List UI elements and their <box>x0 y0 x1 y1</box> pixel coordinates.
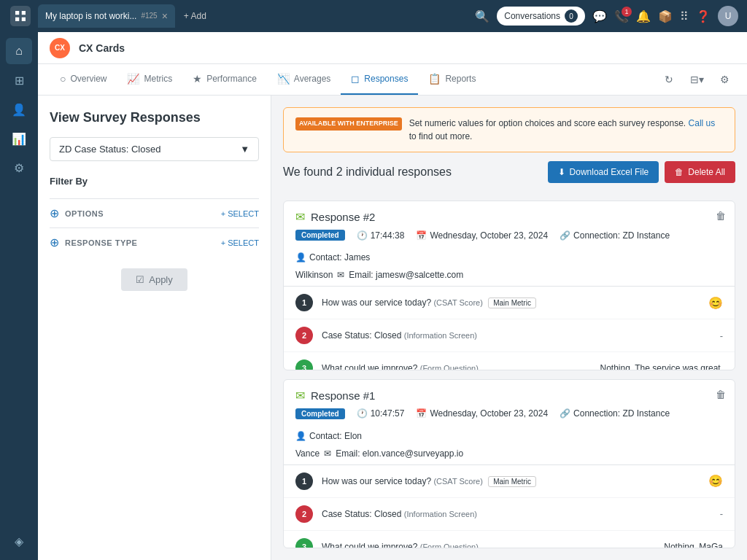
response-1-delete-icon[interactable]: 🗑 <box>716 389 726 400</box>
response-1-title: Response #1 <box>311 389 375 402</box>
response-2-date: 📅 Wednesday, October 23, 2024 <box>416 230 548 241</box>
question-2-text: Case Status: Closed (Information Screen) <box>322 330 627 341</box>
box-icon[interactable]: 📦 <box>658 9 673 23</box>
response-2-header: ✉ Response #2 🗑 <box>284 201 735 224</box>
mail-icon-2: ✉ <box>295 389 305 402</box>
response-2-delete-icon[interactable]: 🗑 <box>716 210 726 222</box>
response-type-select-btn[interactable]: + SELECT <box>221 238 259 247</box>
banner-text: Set numeric values for option choices an… <box>409 117 723 143</box>
tab-reports[interactable]: 📋 Reports <box>418 64 486 95</box>
question-1-text: How was our service today? (CSAT Score) … <box>322 298 700 308</box>
call-us-link[interactable]: Call us <box>689 118 716 128</box>
view-toggle-icon[interactable]: ⊟▾ <box>686 69 708 90</box>
options-filter-label: OPTIONS <box>65 209 104 218</box>
question-r1-number-2: 2 <box>295 505 313 523</box>
options-filter-left: ⊕ OPTIONS <box>50 206 104 220</box>
gear-icon[interactable]: ⚙ <box>713 69 735 90</box>
top-navigation: My laptop is not worki... #125 × + Add 🔍… <box>0 0 747 32</box>
response-type-filter-row: ⊕ RESPONSE TYPE + SELECT <box>50 228 259 257</box>
clock-icon-2: 🕐 <box>357 408 368 419</box>
response-type-filter-left: ⊕ RESPONSE TYPE <box>50 236 137 249</box>
main-layout: ⌂ ⊞ 👤 📊 ⚙ ◈ CX CX Cards ○ Overview 📈 Met… <box>0 32 747 560</box>
mail-icon: ✉ <box>295 210 305 224</box>
question-row: 3 What could we improve? (Form Question)… <box>284 352 735 370</box>
question-number-3: 3 <box>295 359 313 370</box>
response-2-contact: 👤 Contact: James <box>295 252 370 262</box>
left-panel: View Survey Responses ZD Case Status: Cl… <box>38 96 271 560</box>
link-icon-2: 🔗 <box>560 408 570 419</box>
phone-icon[interactable]: 📞 1 <box>614 9 629 23</box>
nav-right-area: 🔍 Conversations 0 💬 📞 1 🔔 📦 ⠿ ❓ U <box>475 6 738 26</box>
svg-rect-0 <box>10 6 31 26</box>
response-1-time: 🕐 10:47:57 <box>357 408 405 419</box>
clock-icon: 🕐 <box>357 230 368 241</box>
sidebar-item-apps[interactable]: ◈ <box>6 528 32 554</box>
tab-metrics-label: Metrics <box>144 74 172 84</box>
active-tab[interactable]: My laptop is not worki... #125 × <box>38 4 175 28</box>
options-add-icon[interactable]: ⊕ <box>50 206 59 220</box>
tab-averages[interactable]: 📉 Averages <box>267 64 341 95</box>
response-1-meta: Completed 🕐 10:47:57 📅 Wednesday, Octobe… <box>284 402 735 447</box>
response-type-add-icon[interactable]: ⊕ <box>50 236 59 249</box>
results-count: We found 2 individual responses <box>283 166 452 179</box>
action-buttons: ⬇ Download Excel File 🗑 Delete All <box>548 161 735 183</box>
responses-icon: ◻ <box>351 73 360 85</box>
enterprise-badge: AVAILABLE WITH ENTERPRISE <box>295 117 402 131</box>
content-area: View Survey Responses ZD Case Status: Cl… <box>38 96 747 560</box>
user-avatar[interactable]: U <box>718 6 738 26</box>
contact-email-1: Email: elon.vance@surveyapp.io <box>336 448 463 459</box>
tab-performance[interactable]: ★ Performance <box>182 64 267 95</box>
response-type-filter-label: RESPONSE TYPE <box>65 238 137 247</box>
response-card-1: ✉ Response #1 🗑 Completed 🕐 10:47:57 📅 W… <box>283 379 735 549</box>
add-tab-label: + Add <box>184 11 206 21</box>
averages-icon: 📉 <box>277 73 290 85</box>
tab-metrics[interactable]: 📈 Metrics <box>117 64 182 95</box>
conversations-button[interactable]: Conversations 0 <box>497 7 585 26</box>
chat-icon[interactable]: 💬 <box>592 9 607 23</box>
calendar-icon: 📅 <box>416 230 427 241</box>
tab-overview[interactable]: ○ Overview <box>50 64 117 95</box>
sidebar-item-home[interactable]: ⌂ <box>6 38 32 64</box>
conversations-count: 0 <box>565 9 578 23</box>
delete-all-button[interactable]: 🗑 Delete All <box>665 161 735 183</box>
status-dropdown[interactable]: ZD Case Status: Closed ▼ <box>50 137 259 161</box>
main-area: CX CX Cards ○ Overview 📈 Metrics ★ Perfo… <box>38 32 747 560</box>
question-3-text: What could we improve? (Form Question) <box>322 363 591 370</box>
trash-icon: 🗑 <box>675 167 684 177</box>
tab-responses[interactable]: ◻ Responses <box>341 64 418 95</box>
question-r1-2-text: Case Status: Closed (Information Screen) <box>322 509 627 519</box>
response-2-time: 🕐 17:44:38 <box>357 230 405 241</box>
tab-title: My laptop is not worki... <box>45 11 136 21</box>
download-excel-button[interactable]: ⬇ Download Excel File <box>548 161 659 183</box>
close-tab-icon[interactable]: × <box>162 11 168 21</box>
delete-label: Delete All <box>688 167 725 177</box>
tab-averages-label: Averages <box>294 74 330 84</box>
apply-button[interactable]: ☑ Apply <box>121 268 187 291</box>
grid-icon[interactable]: ⠿ <box>680 9 689 23</box>
browser-tabs: My laptop is not worki... #125 × + Add <box>38 4 469 28</box>
options-filter-row: ⊕ OPTIONS + SELECT <box>50 198 259 228</box>
options-select-btn[interactable]: + SELECT <box>221 209 259 218</box>
sidebar-item-contacts[interactable]: 👤 <box>6 96 32 122</box>
question-r1-1-text: How was our service today? (CSAT Score) … <box>322 476 700 486</box>
sidebar-item-dashboard[interactable]: ⊞ <box>6 67 32 93</box>
tab-responses-label: Responses <box>364 74 408 84</box>
tabs-right-controls: ↻ ⊟▾ ⚙ <box>658 69 735 90</box>
question-row: 3 What could we improve? (Form Question)… <box>284 531 735 549</box>
response-card-2: ✉ Response #2 🗑 Completed 🕐 17:44:38 📅 W… <box>283 201 735 370</box>
add-tab-button[interactable]: + Add <box>178 8 212 24</box>
bell-icon[interactable]: 🔔 <box>636 9 651 23</box>
help-icon[interactable]: ❓ <box>696 9 711 23</box>
metrics-icon: 📈 <box>127 73 139 85</box>
tab-performance-label: Performance <box>206 74 257 84</box>
question-r1-number-1: 1 <box>295 472 313 490</box>
sidebar-item-settings[interactable]: ⚙ <box>6 155 32 181</box>
enterprise-banner: AVAILABLE WITH ENTERPRISE Set numeric va… <box>283 107 735 152</box>
sidebar-item-reports[interactable]: 📊 <box>6 125 32 152</box>
app-logo[interactable] <box>9 4 32 28</box>
overview-icon: ○ <box>60 73 66 85</box>
response-2-status: Completed <box>295 230 345 241</box>
refresh-icon[interactable]: ↻ <box>658 69 680 90</box>
question-row: 2 Case Status: Closed (Information Scree… <box>284 498 735 531</box>
search-icon[interactable]: 🔍 <box>475 9 489 23</box>
